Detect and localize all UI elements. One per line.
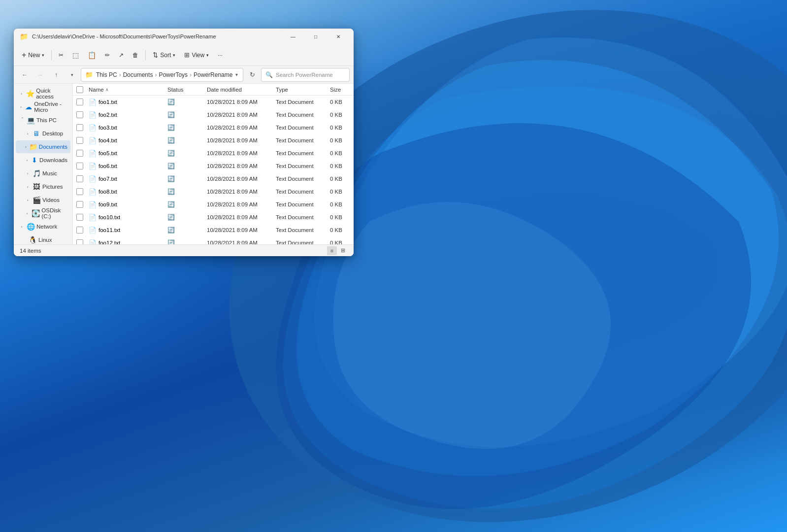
file-row[interactable]: 📄 foo11.txt 🔄 10/28/2021 8:09 AM Text Do…	[73, 224, 354, 236]
close-button[interactable]: ✕	[327, 29, 350, 44]
header-size[interactable]: Size	[328, 84, 354, 95]
copy-icon: ⬚	[72, 51, 79, 59]
expand-icon: ›	[19, 224, 25, 230]
new-icon: +	[22, 51, 26, 60]
file-row[interactable]: 📄 foo2.txt 🔄 10/28/2021 8:09 AM Text Doc…	[73, 108, 354, 121]
sidebar-item-thispc[interactable]: › 💻 This PC	[16, 114, 70, 127]
sidebar-item-quickaccess[interactable]: › ⭐ Quick access	[16, 87, 70, 100]
recent-button[interactable]: ▾	[65, 68, 79, 82]
explorer-window: 📁 C:\Users\delavir\OneDrive - Microsoft\…	[14, 29, 354, 256]
sidebar-item-documents[interactable]: › 📁 Documents	[16, 140, 70, 153]
breadcrumb[interactable]: 📁 This PC › Documents › PowerToys › Powe…	[81, 68, 243, 82]
row-checkbox-col	[73, 99, 87, 105]
sync-icon: 🔄	[167, 201, 175, 208]
more-button[interactable]: ···	[214, 47, 227, 64]
music-icon: 🎵	[33, 169, 40, 177]
file-name: foo5.txt	[98, 150, 117, 156]
rename-button[interactable]: ✏	[101, 47, 114, 64]
sidebar-item-osdisk[interactable]: › 💽 OSDisk (C:)	[16, 207, 70, 220]
file-status: 🔄	[165, 214, 205, 221]
row-checkbox[interactable]	[76, 150, 83, 157]
file-rows-container: 📄 foo1.txt 🔄 10/28/2021 8:09 AM Text Doc…	[73, 96, 354, 244]
refresh-button[interactable]: ↻	[245, 68, 259, 82]
copy-button[interactable]: ⬚	[68, 47, 83, 64]
minimize-button[interactable]: —	[282, 29, 304, 44]
row-checkbox-col	[73, 227, 87, 233]
expand-icon: ›	[25, 157, 29, 163]
file-row[interactable]: 📄 foo3.txt 🔄 10/28/2021 8:09 AM Text Doc…	[73, 121, 354, 134]
list-view-button[interactable]: ≡	[327, 246, 337, 255]
file-row[interactable]: 📄 foo8.txt 🔄 10/28/2021 8:09 AM Text Doc…	[73, 185, 354, 198]
row-checkbox[interactable]	[76, 163, 83, 169]
file-icon: 📄	[89, 163, 97, 170]
expand-icon: ›	[25, 197, 31, 203]
breadcrumb-powertoys[interactable]: PowerToys	[159, 71, 188, 78]
expand-icon: ›	[19, 91, 24, 97]
sync-icon: 🔄	[167, 188, 175, 195]
sidebar-item-linux[interactable]: › 🐧 Linux	[16, 233, 70, 244]
up-button[interactable]: ↑	[49, 68, 63, 82]
share-button[interactable]: ↗	[115, 47, 128, 64]
file-row[interactable]: 📄 foo7.txt 🔄 10/28/2021 8:09 AM Text Doc…	[73, 172, 354, 185]
header-status[interactable]: Status	[165, 84, 205, 95]
expand-icon: ›	[19, 117, 25, 123]
sort-button[interactable]: ⇅ Sort ▾	[149, 47, 179, 64]
row-checkbox[interactable]	[76, 201, 83, 208]
file-row[interactable]: 📄 foo9.txt 🔄 10/28/2021 8:09 AM Text Doc…	[73, 198, 354, 211]
row-checkbox[interactable]	[76, 124, 83, 131]
row-checkbox[interactable]	[76, 188, 83, 195]
sidebar-label: OneDrive - Micro	[34, 101, 67, 113]
file-row[interactable]: 📄 foo1.txt 🔄 10/28/2021 8:09 AM Text Doc…	[73, 96, 354, 108]
file-row[interactable]: 📄 foo6.txt 🔄 10/28/2021 8:09 AM Text Doc…	[73, 160, 354, 172]
breadcrumb-thispc[interactable]: This PC	[96, 71, 117, 78]
search-placeholder: Search PowerRename	[276, 72, 333, 78]
file-row[interactable]: 📄 foo10.txt 🔄 10/28/2021 8:09 AM Text Do…	[73, 211, 354, 224]
sidebar-item-pictures[interactable]: › 🖼 Pictures	[16, 180, 70, 193]
file-size: 0 KB	[328, 99, 354, 105]
sidebar-item-videos[interactable]: › 🎬 Videos	[16, 194, 70, 206]
row-checkbox[interactable]	[76, 214, 83, 221]
row-checkbox[interactable]	[76, 111, 83, 118]
sidebar-item-network[interactable]: › 🌐 Network	[16, 220, 70, 233]
file-row[interactable]: 📄 foo5.txt 🔄 10/28/2021 8:09 AM Text Doc…	[73, 147, 354, 160]
file-name: foo2.txt	[98, 112, 117, 118]
sidebar-item-onedrive[interactable]: › ☁ OneDrive - Micro	[16, 100, 70, 113]
row-checkbox[interactable]	[76, 99, 83, 105]
row-checkbox[interactable]	[76, 239, 83, 244]
quickaccess-icon: ⭐	[26, 90, 34, 98]
row-checkbox[interactable]	[76, 175, 83, 182]
header-date[interactable]: Date modified	[205, 84, 274, 95]
desktop-icon: 🖥	[33, 130, 40, 137]
file-icon: 📄	[89, 227, 97, 234]
back-button[interactable]: ←	[18, 68, 32, 82]
file-name: foo7.txt	[98, 176, 117, 182]
file-row[interactable]: 📄 foo12.txt 🔄 10/28/2021 8:09 AM Text Do…	[73, 236, 354, 244]
row-checkbox[interactable]	[76, 227, 83, 233]
header-name[interactable]: Name ∧	[87, 84, 165, 95]
sidebar-item-music[interactable]: › 🎵 Music	[16, 167, 70, 180]
breadcrumb-documents[interactable]: Documents	[123, 71, 153, 78]
sync-icon: 🔄	[167, 99, 175, 105]
file-icon: 📄	[89, 214, 97, 221]
header-type[interactable]: Type	[274, 84, 328, 95]
sidebar-item-desktop[interactable]: › 🖥 Desktop	[16, 127, 70, 140]
sidebar-item-downloads[interactable]: › ⬇ Downloads	[16, 154, 70, 166]
cut-button[interactable]: ✂	[55, 47, 67, 64]
paste-button[interactable]: 📋	[84, 47, 100, 64]
view-button[interactable]: ⊞ View ▾	[180, 47, 213, 64]
file-status: 🔄	[165, 201, 205, 208]
file-name: foo12.txt	[98, 240, 120, 244]
maximize-button[interactable]: □	[304, 29, 327, 44]
select-all-checkbox[interactable]	[76, 86, 83, 93]
row-checkbox-col	[73, 124, 87, 131]
forward-button[interactable]: →	[33, 68, 47, 82]
expand-icon: ›	[19, 104, 23, 110]
row-checkbox[interactable]	[76, 137, 83, 144]
breadcrumb-powerrename[interactable]: PowerRename	[194, 71, 232, 78]
search-box[interactable]: 🔍 Search PowerRename	[261, 68, 350, 82]
new-button[interactable]: + New ▾	[18, 47, 48, 64]
grid-view-button[interactable]: ⊞	[338, 246, 348, 255]
sidebar-label: Quick access	[36, 88, 67, 100]
file-row[interactable]: 📄 foo4.txt 🔄 10/28/2021 8:09 AM Text Doc…	[73, 134, 354, 147]
delete-button[interactable]: 🗑	[129, 47, 142, 64]
